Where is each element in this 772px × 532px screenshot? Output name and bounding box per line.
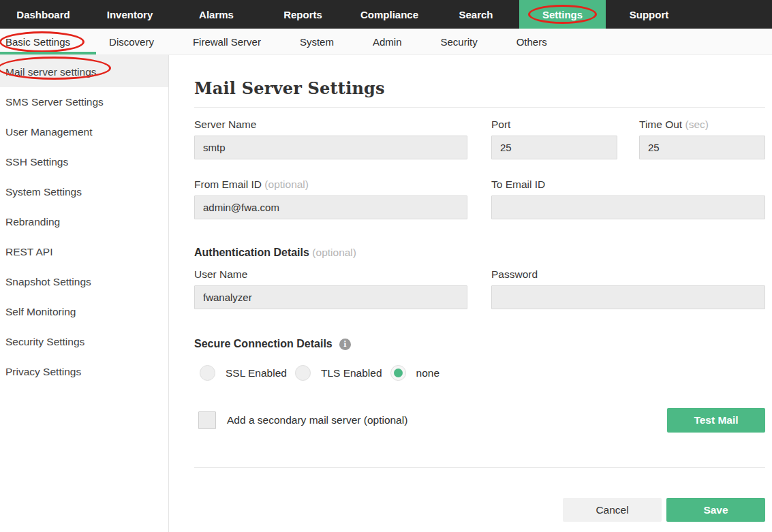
subtab-system[interactable]: System <box>300 36 334 48</box>
port-timeout-group: Port Time Out (sec) <box>491 119 765 159</box>
sidebar-item-self-monitoring[interactable]: Self Monitoring <box>0 297 168 327</box>
secondary-mail-row: Add a secondary mail server (optional) T… <box>194 408 765 433</box>
sidebar-item-privacy-settings[interactable]: Privacy Settings <box>0 357 168 387</box>
tab-compliance[interactable]: Compliance <box>346 0 433 29</box>
from-email-input[interactable] <box>194 195 467 219</box>
port-field: Port <box>491 119 617 159</box>
timeout-unit: (sec) <box>685 119 708 130</box>
tab-support[interactable]: Support <box>606 0 692 29</box>
save-button[interactable]: Save <box>666 498 765 522</box>
sidebar-item-security-settings[interactable]: Security Settings <box>0 327 168 357</box>
password-field: Password <box>491 268 765 309</box>
sidebar-item-mail-server-settings[interactable]: Mail server settings <box>0 55 168 87</box>
password-input[interactable] <box>491 285 765 309</box>
title-divider <box>194 107 765 108</box>
server-row: Server Name Port Time Out (sec) <box>194 119 765 159</box>
server-name-input[interactable] <box>194 136 467 159</box>
authentication-details-header: Authentication Details (optional) <box>194 247 765 259</box>
secondary-mail-label: Add a secondary mail server (optional) <box>227 414 407 426</box>
radio-circle-none-checked <box>390 365 406 381</box>
info-icon[interactable]: i <box>339 339 351 350</box>
test-mail-button[interactable]: Test Mail <box>667 408 765 433</box>
to-email-input[interactable] <box>491 195 765 219</box>
from-email-optional: (optional) <box>264 178 309 190</box>
to-email-field: To Email ID <box>491 178 765 219</box>
port-label: Port <box>491 119 617 131</box>
tab-inventory[interactable]: Inventory <box>87 0 173 29</box>
subtab-admin[interactable]: Admin <box>373 36 402 48</box>
radio-circle-ssl <box>200 365 215 381</box>
from-email-label: From Email ID (optional) <box>194 178 467 191</box>
tab-reports[interactable]: Reports <box>260 0 346 29</box>
radio-tls-enabled[interactable]: TLS Enabled <box>295 365 382 381</box>
mail-server-settings-screen: Dashboard Inventory Alarms Reports Compl… <box>0 0 772 532</box>
user-name-field: User Name <box>194 268 467 309</box>
server-name-field: Server Name <box>194 119 467 159</box>
sidebar-item-rest-api[interactable]: REST API <box>0 237 168 267</box>
radio-label-ssl: SSL Enabled <box>226 367 287 379</box>
secure-connection-options: SSL Enabled TLS Enabled none <box>194 365 765 381</box>
auth-optional: (optional) <box>312 247 356 258</box>
sidebar-item-snapshot-settings[interactable]: Snapshot Settings <box>0 267 168 297</box>
secondary-mail-checkbox[interactable] <box>198 411 216 429</box>
radio-none[interactable]: none <box>390 365 439 381</box>
tab-alarms[interactable]: Alarms <box>173 0 260 29</box>
tab-search[interactable]: Search <box>433 0 519 29</box>
subtab-basic-settings[interactable]: Basic Settings <box>5 36 70 48</box>
timeout-label: Time Out (sec) <box>639 119 765 131</box>
to-email-label: To Email ID <box>491 178 765 191</box>
subtab-discovery[interactable]: Discovery <box>109 36 154 48</box>
secure-connection-label: Secure Connection Details <box>194 338 333 350</box>
active-subtab-indicator <box>0 52 96 54</box>
bottom-divider <box>194 467 765 468</box>
sidebar-item-user-management[interactable]: User Management <box>0 117 168 147</box>
server-name-label: Server Name <box>194 119 467 131</box>
cancel-button[interactable]: Cancel <box>563 498 662 522</box>
settings-sub-navigation: Basic Settings Discovery Firewall Server… <box>0 29 772 55</box>
subtab-security[interactable]: Security <box>440 36 477 48</box>
auth-row: User Name Password <box>194 268 765 309</box>
radio-ssl-enabled[interactable]: SSL Enabled <box>200 365 287 381</box>
radio-label-none: none <box>416 367 439 379</box>
sidebar-item-sms-server-settings[interactable]: SMS Server Settings <box>0 87 168 117</box>
mail-server-settings-panel: Mail Server Settings Server Name Port Ti… <box>169 55 772 532</box>
timeout-input[interactable] <box>639 136 765 159</box>
password-label: Password <box>491 268 765 281</box>
secure-connection-header: Secure Connection Details i <box>194 338 765 350</box>
radio-label-tls: TLS Enabled <box>321 367 382 379</box>
page-title: Mail Server Settings <box>194 78 765 98</box>
radio-dot <box>394 369 403 377</box>
user-name-input[interactable] <box>194 285 467 309</box>
subtab-firewall-server[interactable]: Firewall Server <box>193 36 261 48</box>
port-input[interactable] <box>491 136 617 159</box>
user-name-label: User Name <box>194 268 467 281</box>
from-email-field: From Email ID (optional) <box>194 178 467 219</box>
subtab-others[interactable]: Others <box>516 36 547 48</box>
sidebar-item-system-settings[interactable]: System Settings <box>0 177 168 207</box>
sidebar-item-rebranding[interactable]: Rebranding <box>0 207 168 237</box>
radio-circle-tls <box>295 365 311 381</box>
tab-dashboard[interactable]: Dashboard <box>0 0 87 29</box>
settings-sidebar: Mail server settings SMS Server Settings… <box>0 55 169 532</box>
form-actions: Cancel Save <box>194 498 765 522</box>
timeout-field: Time Out (sec) <box>639 119 765 159</box>
top-navigation: Dashboard Inventory Alarms Reports Compl… <box>0 0 772 29</box>
sidebar-item-ssh-settings[interactable]: SSH Settings <box>0 147 168 177</box>
tab-settings[interactable]: Settings <box>519 0 606 29</box>
email-row: From Email ID (optional) To Email ID <box>194 178 765 219</box>
